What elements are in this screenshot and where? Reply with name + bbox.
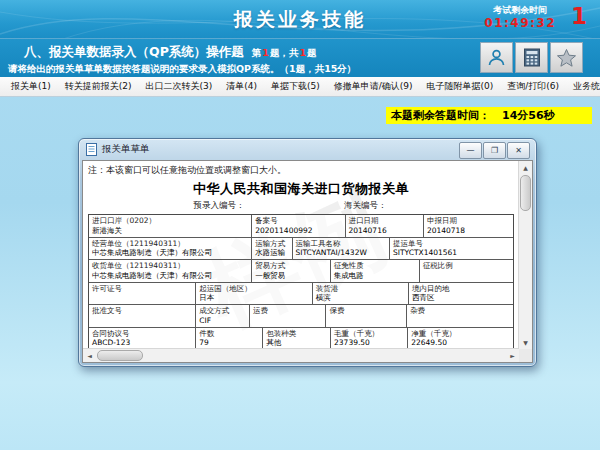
exam-remaining-timer: 考试剩余时间 01:49:32	[484, 5, 556, 31]
menu-bar: 报关单(1) 转关提前报关(2) 出口二次转关(3) 清单(4) 单据下载(5)…	[0, 77, 600, 97]
field-approval-no: 批准文号	[89, 305, 196, 328]
question-heading-text: 八、报关单数据录入（QP系统）操作题	[24, 44, 244, 59]
table-row: 合同协议号ABCD-123 件数79 包装种类其他 毛重（千克）23739.50…	[89, 328, 513, 351]
horizontal-scrollbar[interactable]: ◄ ►	[83, 348, 519, 362]
scroll-left-icon[interactable]: ◄	[83, 349, 96, 362]
menu-item-declaration[interactable]: 报关单(1)	[4, 80, 58, 93]
app-root: 报关业务技能 考试剩余时间 01:49:32 1 八、报关单数据录入（QP系统）…	[0, 0, 600, 450]
field-contract-no: 合同协议号ABCD-123	[89, 328, 196, 351]
question-timer-banner: 本题剩余答题时间： 14分56秒	[386, 107, 592, 124]
menu-item-e-attached-docs[interactable]: 电子随附单据(0)	[420, 80, 501, 93]
field-transport-name: 运输工具名称SITCYANTAI/1432W	[293, 238, 391, 261]
close-button[interactable]: ✕	[507, 142, 530, 159]
question-page-number: 1	[571, 3, 587, 29]
field-tax-ratio: 征税比例	[420, 260, 513, 283]
draft-declaration-window: 报关单草单 — ❐ ✕ 注：本该窗口可以任意拖动位置或调整窗口大小。 样例 中华…	[78, 138, 537, 367]
calculator-button[interactable]	[515, 42, 548, 73]
user-icon	[487, 48, 506, 67]
field-net-weight: 净重（千克）22649.50	[408, 328, 513, 351]
field-import-date: 进口日期20140716	[346, 215, 424, 238]
exam-timer-value: 01:49:32	[484, 16, 556, 31]
window-title: 报关单草单	[102, 143, 150, 156]
field-declare-date: 申报日期20140718	[424, 215, 513, 238]
field-insurance: 保费	[326, 305, 407, 328]
customs-number-label: 海关编号：	[344, 200, 387, 212]
field-misc-fees: 杂费	[407, 305, 513, 328]
menu-item-manifest[interactable]: 清单(4)	[219, 80, 264, 93]
maximize-button[interactable]: ❐	[483, 142, 506, 159]
window-controls: — ❐ ✕	[459, 142, 530, 159]
menu-item-transit-advance[interactable]: 转关提前报关(2)	[58, 80, 139, 93]
star-icon	[556, 48, 577, 68]
field-domestic-destination: 境内目的地西青区	[409, 283, 513, 306]
field-transport-mode: 运输方式水路运输	[252, 238, 292, 261]
field-levy-nature: 征免性质集成电路	[331, 260, 420, 283]
menu-item-export-second-transit[interactable]: 出口二次转关(3)	[139, 80, 220, 93]
field-bill-no: 提运单号SITYCTX1401561	[390, 238, 513, 261]
question-instruction: 请将给出的报关单草单数据按答题说明的要求录入模拟QP系统。（1题，共15分）	[8, 63, 356, 76]
field-record-no: 备案号202011400992	[252, 215, 345, 238]
field-import-port: 进口口岸（0202）新港海关	[89, 215, 252, 238]
menu-item-amend-cancel[interactable]: 修撤单申请/确认(9)	[327, 80, 420, 93]
scroll-down-icon[interactable]: ▼	[519, 336, 532, 349]
horizontal-scroll-thumb[interactable]	[97, 350, 143, 361]
form-title: 中华人民共和国海关进口货物报关单	[86, 180, 516, 198]
table-row: 许可证号 起运国（地区）日本 装货港横滨 境内目的地西青区	[89, 283, 513, 306]
field-consignee-unit: 收货单位（1211940311）中芯集成电路制造（天津）有限公司	[89, 260, 252, 283]
field-package-type: 包装种类其他	[263, 328, 331, 351]
question-heading: 八、报关单数据录入（QP系统）操作题第1题，共1题	[24, 44, 317, 61]
menu-item-doc-download[interactable]: 单据下载(5)	[264, 80, 327, 93]
field-origin-country: 起运国（地区）日本	[196, 283, 313, 306]
question-count: 第1题，共1题	[252, 47, 317, 58]
header-toolbar	[480, 42, 583, 73]
table-row: 进口口岸（0202）新港海关 备案号202011400992 进口日期20140…	[89, 215, 513, 238]
vertical-scroll-thumb[interactable]	[520, 175, 531, 211]
field-gross-weight: 毛重（千克）23739.50	[331, 328, 408, 351]
question-timer-label: 本题剩余答题时间：	[391, 108, 490, 123]
menu-item-business-stats[interactable]: 业务统计(7)	[566, 80, 600, 93]
scroll-right-icon[interactable]: ►	[506, 349, 519, 362]
window-content: 注：本该窗口可以任意拖动位置或调整窗口大小。 样例 中华人民共和国海关进口货物报…	[82, 160, 533, 363]
document-icon	[86, 143, 97, 156]
table-row: 批准文号 成交方式CIF 运费 保费 杂费	[89, 305, 513, 328]
scrollbar-corner	[519, 349, 532, 362]
minimize-button[interactable]: —	[459, 142, 482, 159]
field-package-count: 件数79	[196, 328, 263, 351]
window-titlebar[interactable]: 报关单草单 — ❐ ✕	[79, 139, 536, 160]
field-trade-mode: 贸易方式一般贸易	[252, 260, 330, 283]
calculator-icon	[523, 48, 541, 67]
vertical-scrollbar[interactable]: ▲ ▼	[518, 161, 532, 349]
table-row: 经营单位（1211940311）中芯集成电路制造（天津）有限公司 运输方式水路运…	[89, 238, 513, 261]
favorite-button[interactable]	[550, 42, 583, 73]
field-freight: 运费	[250, 305, 326, 328]
table-row: 收货单位（1211940311）中芯集成电路制造（天津）有限公司 贸易方式一般贸…	[89, 260, 513, 283]
field-loading-port: 装货港横滨	[313, 283, 409, 306]
user-button[interactable]	[480, 42, 513, 73]
question-timer-value: 14分56秒	[502, 108, 555, 123]
field-operating-unit: 经营单位（1211940311）中芯集成电路制造（天津）有限公司	[89, 238, 252, 261]
exam-timer-label: 考试剩余时间	[484, 5, 556, 16]
scroll-up-icon[interactable]: ▲	[519, 161, 532, 174]
field-license-no: 许可证号	[89, 283, 196, 306]
declaration-form: 中华人民共和国海关进口货物报关单 预录入编号： 海关编号： 进口口岸（0202）…	[86, 174, 516, 351]
app-header: 报关业务技能 考试剩余时间 01:49:32 1	[0, 0, 600, 38]
question-bar: 八、报关单数据录入（QP系统）操作题第1题，共1题 请将给出的报关单草单数据按答…	[0, 38, 600, 78]
declaration-table: 进口口岸（0202）新港海关 备案号202011400992 进口日期20140…	[88, 214, 514, 351]
pre-entry-number-label: 预录入编号：	[194, 200, 245, 212]
menu-item-query-print[interactable]: 查询/打印(6)	[500, 80, 566, 93]
reference-number-line: 预录入编号： 海关编号：	[86, 200, 516, 213]
field-transaction-terms: 成交方式CIF	[196, 305, 250, 328]
